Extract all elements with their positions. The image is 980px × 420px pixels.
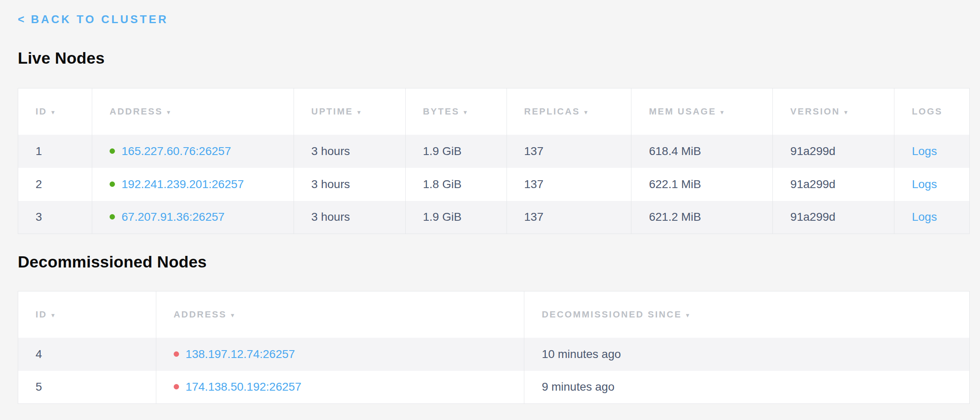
column-header-address[interactable]: ADDRESS▾ — [92, 88, 294, 135]
node-replicas-cell: 137 — [507, 201, 631, 234]
node-status-dot — [174, 351, 179, 357]
node-uptime-cell: 3 hours — [294, 135, 405, 168]
column-header-replicas[interactable]: REPLICAS▾ — [507, 88, 631, 135]
node-uptime-cell: 3 hours — [294, 201, 405, 234]
node-address-link[interactable]: 192.241.239.201:26257 — [122, 178, 244, 191]
node-address-link[interactable]: 174.138.50.192:26257 — [186, 380, 301, 393]
decommissioned-since-cell: 10 minutes ago — [524, 338, 970, 371]
node-address-cell: 138.197.12.74:26257 — [156, 338, 524, 371]
column-header-version[interactable]: VERSION▾ — [773, 88, 894, 135]
sort-arrow-icon: ▾ — [720, 109, 724, 116]
node-status-dot — [174, 384, 179, 389]
decommissioned-since-cell: 9 minutes ago — [524, 371, 970, 404]
sort-arrow-icon: ▾ — [51, 109, 55, 116]
node-address-link[interactable]: 165.227.60.76:26257 — [122, 145, 231, 158]
node-status-dot — [110, 148, 115, 154]
column-header-decommissioned-since[interactable]: DECOMMISSIONED SINCE▾ — [524, 291, 970, 338]
node-id-cell: 4 — [18, 338, 156, 371]
node-bytes-cell: 1.9 GiB — [405, 135, 507, 168]
decommissioned-nodes-table: ID▾ ADDRESS▾ DECOMMISSIONED SINCE▾ 4 138… — [18, 291, 970, 404]
sort-arrow-icon: ▾ — [584, 109, 588, 116]
node-address-cell: 174.138.50.192:26257 — [156, 371, 524, 404]
table-row: 1 165.227.60.76:26257 3 hours 1.9 GiB 13… — [18, 135, 970, 168]
column-header-logs: LOGS — [894, 88, 970, 135]
column-header-id[interactable]: ID▾ — [18, 291, 156, 338]
column-header-uptime[interactable]: UPTIME▾ — [294, 88, 405, 135]
node-address-link[interactable]: 138.197.12.74:26257 — [186, 348, 295, 360]
node-address-cell: 67.207.91.36:26257 — [92, 201, 294, 234]
node-id-cell: 2 — [18, 168, 92, 201]
sort-arrow-icon: ▾ — [844, 109, 847, 116]
table-row: 2 192.241.239.201:26257 3 hours 1.8 GiB … — [18, 168, 970, 201]
node-version-cell: 91a299d — [773, 135, 894, 168]
column-header-bytes[interactable]: BYTES▾ — [405, 88, 507, 135]
chevron-left-icon: < — [18, 13, 24, 26]
node-replicas-cell: 137 — [507, 168, 631, 201]
node-id-cell: 3 — [18, 201, 92, 234]
column-header-id[interactable]: ID▾ — [18, 88, 92, 135]
node-address-cell: 165.227.60.76:26257 — [92, 135, 294, 168]
node-status-dot — [110, 181, 115, 187]
node-address-cell: 192.241.239.201:26257 — [92, 168, 294, 201]
node-logs-cell: Logs — [894, 135, 970, 168]
node-mem-usage-cell: 622.1 MiB — [631, 168, 773, 201]
node-address-link[interactable]: 67.207.91.36:26257 — [122, 210, 225, 223]
table-row: 3 67.207.91.36:26257 3 hours 1.9 GiB 137… — [18, 201, 970, 234]
table-row: 4 138.197.12.74:26257 10 minutes ago — [18, 338, 970, 371]
node-logs-link[interactable]: Logs — [912, 145, 937, 158]
column-header-address[interactable]: ADDRESS▾ — [156, 291, 524, 338]
node-replicas-cell: 137 — [507, 135, 631, 168]
sort-arrow-icon: ▾ — [51, 312, 55, 319]
node-logs-link[interactable]: Logs — [912, 178, 937, 191]
sort-arrow-icon: ▾ — [464, 109, 467, 116]
decommissioned-nodes-title: Decommissioned Nodes — [18, 253, 970, 271]
sort-arrow-icon: ▾ — [167, 109, 170, 116]
column-header-mem-usage[interactable]: MEM USAGE▾ — [631, 88, 773, 135]
sort-arrow-icon: ▾ — [686, 312, 689, 319]
back-to-cluster-link[interactable]: < BACK TO CLUSTER — [18, 13, 168, 26]
table-row: 5 174.138.50.192:26257 9 minutes ago — [18, 371, 970, 404]
nodes-page: < BACK TO CLUSTER Live Nodes ID▾ ADDRESS… — [0, 0, 980, 420]
back-link-label: BACK TO CLUSTER — [31, 13, 169, 26]
node-uptime-cell: 3 hours — [294, 168, 405, 201]
decommissioned-nodes-header-row: ID▾ ADDRESS▾ DECOMMISSIONED SINCE▾ — [18, 291, 970, 338]
node-logs-cell: Logs — [894, 168, 970, 201]
node-logs-cell: Logs — [894, 201, 970, 234]
sort-arrow-icon: ▾ — [231, 312, 234, 319]
node-version-cell: 91a299d — [773, 168, 894, 201]
node-id-cell: 1 — [18, 135, 92, 168]
live-nodes-header-row: ID▾ ADDRESS▾ UPTIME▾ BYTES▾ REPLICAS▾ ME… — [18, 88, 970, 135]
node-id-cell: 5 — [18, 371, 156, 404]
sort-arrow-icon: ▾ — [357, 109, 361, 116]
node-status-dot — [110, 214, 115, 220]
node-version-cell: 91a299d — [773, 201, 894, 234]
node-logs-link[interactable]: Logs — [912, 210, 937, 223]
live-nodes-table: ID▾ ADDRESS▾ UPTIME▾ BYTES▾ REPLICAS▾ ME… — [18, 88, 970, 234]
node-bytes-cell: 1.9 GiB — [405, 201, 507, 234]
node-mem-usage-cell: 618.4 MiB — [631, 135, 773, 168]
live-nodes-title: Live Nodes — [18, 49, 970, 67]
node-mem-usage-cell: 621.2 MiB — [631, 201, 773, 234]
node-bytes-cell: 1.8 GiB — [405, 168, 507, 201]
